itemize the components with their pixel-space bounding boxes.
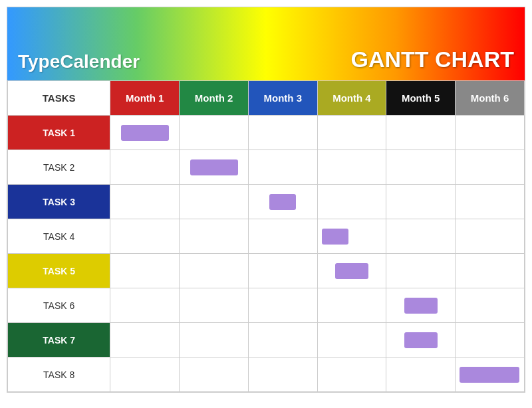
gantt-table: TASKS Month 1 Month 2 Month 3 Month 4 Mo… — [7, 80, 525, 392]
task5-m6 — [455, 254, 524, 288]
task4-m3 — [248, 219, 317, 254]
table-row: TASK 2 — [8, 150, 525, 185]
gantt-chart-container: TypeCalender GANTT CHART TASKS Month 1 M… — [7, 7, 525, 393]
task3-m1 — [110, 185, 180, 219]
task3-bar — [269, 194, 296, 210]
task7-m6 — [455, 323, 524, 357]
task2-m5 — [386, 150, 456, 185]
task7-m3 — [248, 323, 317, 357]
task8-bar-m6 — [455, 357, 524, 392]
task7-m4 — [317, 323, 386, 357]
month6-header: Month 6 — [455, 81, 524, 116]
task8-m4 — [317, 357, 386, 392]
month1-header: Month 1 — [110, 81, 180, 116]
task3-m4 — [317, 185, 386, 219]
task2-m1 — [110, 150, 180, 185]
task7-m1 — [110, 323, 180, 357]
task3-m2 — [180, 185, 249, 219]
task7-bar — [404, 332, 438, 348]
task6-bar-m5 — [386, 288, 456, 323]
table-row: TASK 7 — [8, 323, 525, 357]
table-row: TASK 6 — [8, 288, 525, 323]
task1-label: TASK 1 — [8, 116, 110, 150]
task6-label: TASK 6 — [8, 288, 110, 323]
month5-header: Month 5 — [386, 81, 456, 116]
task4-m5 — [386, 219, 456, 254]
task4-m1 — [110, 219, 180, 254]
task6-m3 — [248, 288, 317, 323]
month3-header: Month 3 — [248, 81, 317, 116]
task4-bar-m4 — [317, 219, 386, 254]
month4-header: Month 4 — [317, 81, 386, 116]
task8-label: TASK 8 — [8, 357, 110, 392]
task2-label: TASK 2 — [8, 150, 110, 185]
task4-m2 — [180, 219, 249, 254]
task3-bar-m3 — [248, 185, 317, 219]
task5-label: TASK 5 — [8, 254, 110, 288]
task8-m1 — [110, 357, 180, 392]
table-row: TASK 8 — [8, 357, 525, 392]
task2-m4 — [317, 150, 386, 185]
task4-m6 — [455, 219, 524, 254]
task6-bar — [404, 298, 438, 314]
task4-bar — [322, 229, 348, 245]
task3-label: TASK 3 — [8, 185, 110, 219]
task2-bar-m2 — [180, 150, 249, 185]
task7-label: TASK 7 — [8, 323, 110, 357]
task6-m4 — [317, 288, 386, 323]
task5-m5 — [386, 254, 456, 288]
task6-m6 — [455, 288, 524, 323]
task1-m3 — [248, 116, 317, 150]
tasks-column-header: TASKS — [8, 81, 110, 116]
task8-m2 — [180, 357, 249, 392]
task3-m6 — [455, 185, 524, 219]
task6-m1 — [110, 288, 180, 323]
task5-m1 — [110, 254, 180, 288]
app-title: TypeCalender — [18, 51, 140, 75]
task6-m2 — [180, 288, 249, 323]
task5-bar — [335, 263, 368, 279]
table-row: TASK 3 — [8, 185, 525, 219]
task5-m2 — [180, 254, 249, 288]
task4-label: TASK 4 — [8, 219, 110, 254]
month2-header: Month 2 — [180, 81, 249, 116]
task5-m3 — [248, 254, 317, 288]
task5-bar-m4 — [317, 254, 386, 288]
table-row: TASK 4 — [8, 219, 525, 254]
task1-bar-m1 — [110, 116, 180, 150]
header: TypeCalender GANTT CHART — [7, 7, 525, 80]
task1-m4 — [317, 116, 386, 150]
chart-title: GANTT CHART — [350, 47, 514, 75]
task8-bar — [460, 367, 519, 383]
task7-bar-m5 — [386, 323, 456, 357]
task1-m2 — [180, 116, 249, 150]
task2-bar — [190, 159, 238, 175]
table-row: TASK 5 — [8, 254, 525, 288]
task8-m3 — [248, 357, 317, 392]
task1-bar — [121, 125, 169, 141]
table-row: TASK 1 — [8, 116, 525, 150]
task3-m5 — [386, 185, 456, 219]
task1-m5 — [386, 116, 456, 150]
task8-m5 — [386, 357, 456, 392]
header-row: TASKS Month 1 Month 2 Month 3 Month 4 Mo… — [8, 81, 525, 116]
task2-m3 — [248, 150, 317, 185]
task7-m2 — [180, 323, 249, 357]
task1-m6 — [455, 116, 524, 150]
task2-m6 — [455, 150, 524, 185]
